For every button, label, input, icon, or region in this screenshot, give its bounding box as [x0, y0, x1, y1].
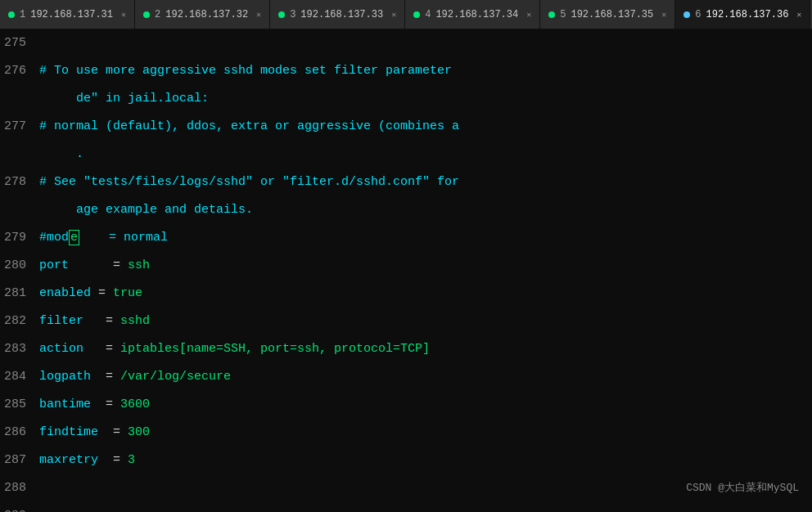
tab-6[interactable]: 6 192.168.137.36✕ — [675, 0, 810, 29]
tab-dot-1 — [8, 11, 15, 18]
tab-5[interactable]: 5 192.168.137.35✕ — [540, 0, 675, 29]
tab-dot-3 — [278, 11, 285, 18]
line-275: 275 — [0, 29, 812, 57]
tab-label-6: 192.168.137.36 — [706, 9, 789, 20]
tab-number-6: 6 — [695, 9, 701, 20]
line-number-280: 280 — [0, 252, 39, 280]
tab-label-4: 192.168.137.34 — [435, 9, 518, 20]
tab-close-1[interactable]: ✕ — [121, 10, 126, 20]
line-number-275: 275 — [0, 29, 39, 57]
tab-dot-2 — [143, 11, 150, 18]
line-278: 278# See "tests/files/logs/sshd" or "fil… — [0, 168, 812, 196]
tab-dot-5 — [548, 11, 555, 18]
line-number-277: 277 — [0, 113, 39, 141]
line-wrap-content-276: de" in jail.local: — [39, 85, 812, 113]
line-content-278: # See "tests/files/logs/sshd" or "filter… — [39, 168, 812, 196]
line-content-276: # To use more aggressive sshd modes set … — [39, 57, 812, 85]
line-number-278: 278 — [0, 168, 39, 196]
line-number-283: 283 — [0, 335, 39, 363]
tab-bar: 1 192.168.137.31✕2 192.168.137.32✕3 192.… — [0, 0, 812, 29]
line-number-276: 276 — [0, 57, 39, 85]
tab-number-2: 2 — [155, 9, 160, 20]
tab-4[interactable]: 4 192.168.137.34✕ — [405, 0, 540, 29]
line-content-287: maxretry = 3 — [39, 447, 812, 474]
tab-number-1: 1 — [20, 9, 25, 20]
editor-area: 275276# To use more aggressive sshd mode… — [0, 29, 812, 512]
line-wrap-content-278: age example and details. — [39, 196, 812, 224]
line-content-284: logpath = /var/log/secure — [39, 363, 812, 391]
line-286: 286findtime = 300 — [0, 419, 812, 447]
tab-close-4[interactable]: ✕ — [526, 10, 531, 20]
line-wrap-278: age example and details. — [0, 196, 812, 224]
tab-3[interactable]: 3 192.168.137.33✕ — [270, 0, 405, 29]
tab-dot-6 — [683, 11, 690, 18]
line-280: 280port = ssh — [0, 252, 812, 280]
line-content-280: port = ssh — [39, 252, 812, 280]
line-number-289: 289 — [0, 502, 39, 512]
line-content-279: #mode = normal — [39, 224, 812, 252]
line-content-285: bantime = 3600 — [39, 391, 812, 419]
line-wrap-277: . — [0, 141, 812, 168]
tab-close-3[interactable]: ✕ — [391, 10, 396, 20]
line-285: 285bantime = 3600 — [0, 391, 812, 419]
line-289: 289 — [0, 502, 812, 512]
tab-2[interactable]: 2 192.168.137.32✕ — [135, 0, 270, 29]
tab-label-2: 192.168.137.32 — [165, 9, 248, 20]
line-number-287: 287 — [0, 447, 39, 474]
line-number-279: 279 — [0, 224, 39, 252]
line-281: 281enabled = true — [0, 280, 812, 308]
tab-close-5[interactable]: ✕ — [661, 10, 666, 20]
tab-close-6[interactable]: ✕ — [796, 10, 801, 20]
line-number-282: 282 — [0, 308, 39, 335]
tab-dot-4 — [413, 11, 420, 18]
tab-label-3: 192.168.137.33 — [300, 9, 383, 20]
line-276: 276# To use more aggressive sshd modes s… — [0, 57, 812, 85]
watermark: CSDN @大白菜和MySQL — [686, 474, 799, 502]
tab-label-1: 192.168.137.31 — [30, 9, 113, 20]
tab-number-5: 5 — [560, 9, 566, 20]
tab-number-3: 3 — [290, 9, 295, 20]
line-number-286: 286 — [0, 419, 39, 447]
line-number-288: 288 — [0, 474, 39, 502]
line-wrap-content-277: . — [39, 141, 812, 168]
tab-close-2[interactable]: ✕ — [256, 10, 261, 20]
line-284: 284logpath = /var/log/secure — [0, 363, 812, 391]
line-277: 277# normal (default), ddos, extra or ag… — [0, 113, 812, 141]
line-content-286: findtime = 300 — [39, 419, 812, 447]
tab-label-5: 192.168.137.35 — [571, 9, 653, 20]
line-content-282: filter = sshd — [39, 308, 812, 335]
line-number-285: 285 — [0, 391, 39, 419]
line-content-277: # normal (default), ddos, extra or aggre… — [39, 113, 812, 141]
tab-1[interactable]: 1 192.168.137.31✕ — [0, 0, 135, 29]
line-content-283: action = iptables[name=SSH, port=ssh, pr… — [39, 335, 812, 363]
line-279: 279#mode = normal — [0, 224, 812, 252]
line-number-284: 284 — [0, 363, 39, 391]
line-287: 287maxretry = 3 — [0, 447, 812, 474]
line-number-281: 281 — [0, 280, 39, 308]
line-283: 283action = iptables[name=SSH, port=ssh,… — [0, 335, 812, 363]
line-content-281: enabled = true — [39, 280, 812, 308]
line-wrap-276: de" in jail.local: — [0, 85, 812, 113]
tab-number-4: 4 — [425, 9, 431, 20]
line-282: 282filter = sshd — [0, 308, 812, 335]
